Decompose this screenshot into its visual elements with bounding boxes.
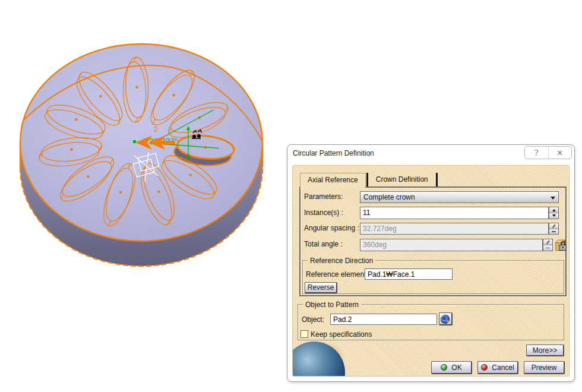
help-icon: ?	[534, 148, 539, 157]
help-button[interactable]: ?	[525, 147, 549, 159]
spinner-disabled-icon	[552, 224, 555, 228]
instances-label: Instance(s) :	[304, 208, 343, 217]
ok-icon	[441, 364, 447, 371]
object-label: Object:	[302, 315, 324, 324]
tab-crown-definition[interactable]: Crown Definition	[369, 173, 435, 187]
ok-button[interactable]: OK	[431, 361, 472, 374]
object-select-button[interactable]	[439, 312, 453, 325]
spinner-disabled-icon	[546, 248, 550, 249]
cancel-button[interactable]: Cancel	[477, 361, 518, 374]
model-viewport[interactable]: 32.727° 2	[0, 0, 285, 333]
reverse-button[interactable]: Reverse	[305, 282, 337, 293]
reference-direction-title: Reference Direction	[308, 257, 375, 265]
dialog-titlebar[interactable]: Circular Pattern Definition	[293, 149, 374, 157]
tab-separator	[366, 173, 368, 187]
pad-center-point[interactable]	[75, 118, 78, 121]
more-button[interactable]: More>>	[526, 344, 564, 356]
instances-input[interactable]: 11	[360, 207, 549, 219]
spinner-disabled-icon	[552, 231, 556, 232]
object-to-pattern-title: Object to Pattern	[303, 301, 361, 309]
pad-center-point[interactable]	[172, 94, 175, 97]
ok-label: OK	[451, 363, 461, 372]
tab-axial-reference[interactable]: Axial Reference	[300, 173, 366, 188]
instance-index-label: 2	[154, 125, 158, 134]
object-to-pattern-group: Object to Pattern Object: Pad.2 Keep spe…	[298, 304, 564, 340]
spinner-disabled-icon	[546, 240, 549, 244]
pad-center-point[interactable]	[189, 173, 192, 176]
lock-formula-icon[interactable]	[555, 237, 568, 252]
pad-center-point[interactable]	[70, 148, 73, 151]
spinner-down-icon	[552, 214, 556, 219]
angular-spacing-spinner	[549, 223, 559, 235]
object-input[interactable]: Pad.2	[330, 314, 437, 325]
pad-center-point[interactable]	[119, 191, 122, 194]
parameters-label: Parameters:	[304, 192, 343, 201]
close-button[interactable]: ✕	[549, 147, 572, 159]
reference-element-label: Reference element:	[306, 270, 368, 279]
dialog-body: Axial Reference Crown Definition Paramet…	[292, 165, 570, 377]
reference-direction-group: Reference Direction Reference element: P…	[302, 260, 564, 294]
parameters-value: Complete crown	[363, 193, 415, 201]
tab-strip: Axial Reference Crown Definition	[300, 172, 438, 187]
reference-element-input[interactable]: Pad.1₩Face.1	[365, 268, 453, 280]
total-angle-spinner	[543, 239, 553, 251]
sketch-select-icon	[440, 314, 451, 324]
total-angle-input: 360deg	[360, 239, 543, 251]
dialog-window-controls: ? ✕	[524, 146, 572, 159]
preview-button[interactable]: Preview	[524, 361, 565, 374]
close-icon: ✕	[556, 148, 563, 157]
pad-center-point[interactable]	[135, 86, 138, 89]
pad-center-point[interactable]	[99, 95, 102, 98]
pad-center-point[interactable]	[87, 175, 90, 178]
axial-reference-panel: Parameters: Complete crown Instance(s) :…	[299, 186, 567, 296]
angular-spacing-input: 32.727deg	[360, 223, 549, 235]
circular-pattern-dialog: Circular Pattern Definition ? ✕ Axial Re…	[287, 144, 575, 382]
spinner-up-icon	[552, 207, 556, 211]
pad-center-point[interactable]	[157, 191, 160, 194]
keep-specifications-label: Keep specifications	[311, 330, 372, 339]
cancel-label: Cancel	[492, 363, 514, 372]
chevron-down-icon	[551, 197, 555, 202]
total-angle-label: Total angle :	[304, 240, 343, 248]
tab-separator	[436, 173, 438, 187]
instances-spinner[interactable]	[549, 207, 559, 219]
cancel-icon	[481, 364, 488, 371]
keep-specifications-checkbox[interactable]	[301, 330, 308, 338]
parameters-dropdown[interactable]: Complete crown	[360, 191, 559, 203]
angular-spacing-label: Angular spacing :	[304, 224, 359, 232]
